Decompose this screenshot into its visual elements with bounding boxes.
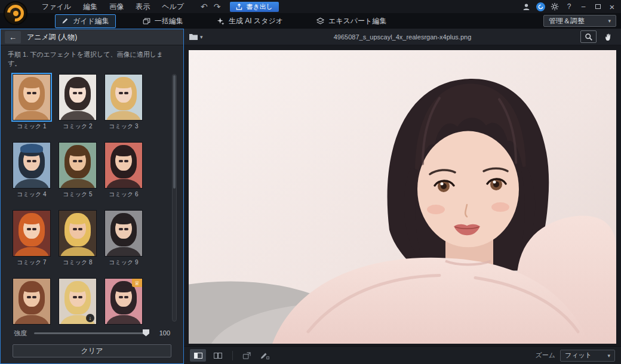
menu-help[interactable]: ヘルプ	[156, 0, 190, 13]
thumb-body	[60, 179, 94, 189]
thumb-body	[14, 111, 48, 121]
close-button[interactable]: ×	[605, 1, 619, 13]
thumb-face	[115, 286, 131, 307]
effect-label: コミック 9	[104, 258, 143, 266]
single-view-icon	[194, 353, 202, 359]
effects-grid: コミック 1 コミック 2 コミック 3 コミ	[13, 74, 143, 325]
redo-button[interactable]: ↷	[214, 1, 221, 13]
thumb-body	[14, 247, 48, 257]
undo-button[interactable]: ↶	[201, 1, 208, 13]
effect-label: コミック 6	[104, 190, 143, 198]
compare-button[interactable]	[239, 349, 254, 362]
canvas-toolbar: ズーム フィット ▾	[184, 346, 621, 364]
pencil-icon	[62, 17, 69, 24]
split-view-icon	[214, 353, 222, 359]
settings-gear-icon[interactable]	[548, 1, 561, 13]
thumb-preview	[13, 210, 51, 257]
brush-mask-button[interactable]	[257, 349, 272, 362]
thumb-hat	[20, 144, 42, 153]
effect-thumbnail[interactable]: コミック 2	[59, 74, 97, 130]
chevron-down-icon: ▾	[608, 18, 611, 24]
effect-thumbnail[interactable]: コミック 1	[13, 74, 51, 130]
effect-thumbnail[interactable]: コミック 7	[13, 210, 51, 266]
tab-expert-edit[interactable]: エキスパート編集	[310, 14, 393, 28]
back-button[interactable]: ←	[5, 31, 21, 44]
panel-title: アニメ調 (人物)	[27, 32, 77, 42]
account-icon[interactable]	[519, 1, 533, 13]
effect-label: コミック 5	[59, 190, 97, 198]
chevron-down-icon: ▾	[200, 34, 203, 40]
export-button[interactable]: 書き出し	[230, 2, 279, 12]
chevron-down-icon: ▾	[607, 353, 610, 359]
thumb-preview	[13, 74, 51, 121]
tab-label: 生成 AI スタジオ	[229, 16, 283, 26]
zoom-control: ズーム フィット ▾	[535, 350, 615, 362]
minimize-button[interactable]: –	[577, 1, 590, 13]
pen-icon	[260, 351, 269, 360]
image-canvas[interactable]	[189, 50, 616, 344]
intensity-row: 強度 100	[1, 325, 183, 341]
view-tools	[580, 30, 616, 43]
menu-list: ファイル 編集 画像 表示 ヘルプ	[36, 0, 190, 13]
menu-edit[interactable]: 編集	[77, 0, 103, 13]
thumb-face	[23, 150, 39, 171]
zoom-select[interactable]: フィット ▾	[560, 350, 615, 362]
effect-thumbnail[interactable]: ♕	[104, 278, 143, 325]
manage-adjust-button[interactable]: 管理＆調整 ▾	[543, 15, 616, 27]
clear-button[interactable]: クリア	[13, 344, 171, 357]
sidebar-header: ← アニメ調 (人物)	[1, 29, 183, 45]
thumb-body	[14, 179, 48, 189]
tab-batch-edit[interactable]: 一括編集	[136, 14, 190, 28]
thumb-face	[69, 218, 85, 239]
instruction-text: 手順 1. 下のエフェクトを選択して、画像に適用します。	[1, 45, 183, 70]
download-badge: ↓	[86, 314, 94, 322]
effect-thumbnail[interactable]: コミック 4	[13, 142, 51, 198]
tab-ai-studio[interactable]: 生成 AI スタジオ	[210, 14, 290, 28]
menu-image[interactable]: 画像	[103, 0, 130, 13]
photo-stack-icon	[143, 17, 150, 25]
export-icon	[236, 4, 242, 10]
menu-view[interactable]: 表示	[130, 0, 156, 13]
thumb-face	[69, 286, 85, 307]
effect-thumbnail[interactable]	[13, 278, 51, 325]
thumb-preview	[13, 278, 51, 325]
help-button[interactable]: ?	[562, 1, 576, 13]
manage-adjust-label: 管理＆調整	[549, 16, 585, 26]
thumb-preview	[59, 142, 97, 189]
intensity-slider-thumb[interactable]	[143, 329, 149, 337]
compare-icon	[242, 351, 251, 360]
menu-file[interactable]: ファイル	[36, 0, 77, 13]
window-controls: ? – ×	[519, 1, 621, 13]
effect-thumbnail[interactable]: コミック 9	[104, 210, 143, 266]
maximize-button[interactable]	[591, 1, 604, 13]
scrollbar-thumb[interactable]	[173, 75, 176, 189]
tab-label: ガイド編集	[73, 16, 109, 26]
effect-thumbnail[interactable]: コミック 5	[59, 142, 97, 198]
thumb-face	[69, 150, 85, 171]
app-logo[interactable]	[4, 1, 27, 25]
menubar: ファイル 編集 画像 表示 ヘルプ ↶ ↷ 書き出し	[0, 0, 621, 13]
intensity-slider[interactable]	[34, 332, 149, 334]
notification-icon[interactable]	[534, 1, 547, 13]
folder-icon	[189, 33, 198, 41]
zoom-value: フィット	[565, 351, 592, 360]
thumb-preview	[59, 74, 97, 121]
effect-thumbnail[interactable]: コミック 3	[104, 74, 143, 130]
tab-guided-edit[interactable]: ガイド編集	[55, 14, 116, 28]
image-source-button[interactable]: ▾	[189, 33, 203, 41]
tab-label: エキスパート編集	[328, 16, 386, 26]
effects-scrollbar[interactable]	[172, 74, 177, 322]
magnifier-icon	[585, 33, 593, 41]
thumb-preview	[104, 210, 143, 257]
single-view-button[interactable]	[190, 349, 206, 362]
effect-thumbnail[interactable]: ↓	[59, 278, 97, 325]
export-label: 書き出し	[246, 2, 273, 11]
split-view-button[interactable]	[210, 349, 226, 362]
effect-thumbnail[interactable]: コミック 8	[59, 210, 97, 266]
effects-viewport: コミック 1 コミック 2 コミック 3 コミ	[1, 70, 183, 325]
hand-tool-button[interactable]	[600, 30, 616, 43]
effect-thumbnail[interactable]: コミック 6	[104, 142, 143, 198]
zoom-tool-button[interactable]	[580, 30, 597, 43]
thumb-face	[23, 286, 39, 307]
thumb-body	[60, 111, 94, 121]
